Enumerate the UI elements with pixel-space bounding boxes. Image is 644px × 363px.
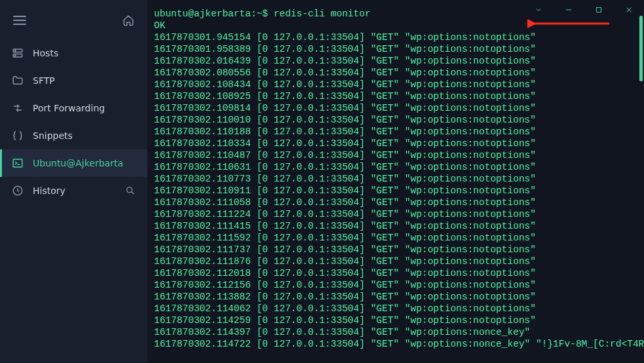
sidebar-item-port-forwarding[interactable]: Port Forwarding xyxy=(0,94,147,122)
terminal-icon xyxy=(12,157,24,169)
folder-icon xyxy=(12,75,24,86)
terminal-log-line: 1617870302.112018 [0 127.0.0.1:33504] "G… xyxy=(154,267,640,279)
sidebar: Hosts SFTP Port Forwarding Snippets xyxy=(0,0,147,363)
home-icon[interactable] xyxy=(123,14,134,26)
sidebar-item-hosts[interactable]: Hosts xyxy=(0,39,147,67)
sidebar-item-session[interactable]: Ubuntu@Ajkerbarta xyxy=(0,149,147,177)
terminal-log-line: 1617870302.110911 [0 127.0.0.1:33504] "G… xyxy=(154,185,640,197)
menu-toggle-button[interactable] xyxy=(13,16,26,25)
sidebar-item-label: Hosts xyxy=(33,48,58,58)
server-icon xyxy=(12,47,24,59)
terminal-log-line: 1617870302.114259 [0 127.0.0.1:33504] "G… xyxy=(154,315,640,326)
window-minimize-button[interactable] xyxy=(554,0,584,20)
sidebar-nav: Hosts SFTP Port Forwarding Snippets xyxy=(0,39,147,204)
svg-rect-8 xyxy=(13,159,22,167)
window-close-button[interactable] xyxy=(614,0,644,20)
titlebar-dropdown-button[interactable] xyxy=(523,0,554,20)
window-titlebar xyxy=(523,0,644,20)
terminal-log-line: 1617870302.080556 [0 127.0.0.1:33504] "G… xyxy=(154,67,640,79)
forward-icon xyxy=(12,102,24,114)
terminal-response-line: OK xyxy=(154,20,640,31)
scrollbar[interactable] xyxy=(639,16,643,81)
sidebar-item-label: SFTP xyxy=(33,75,55,86)
terminal-log-line: 1617870302.016439 [0 127.0.0.1:33504] "G… xyxy=(154,55,640,67)
window-maximize-button[interactable] xyxy=(584,0,614,20)
svg-line-12 xyxy=(132,192,134,195)
terminal-log-line: 1617870302.110188 [0 127.0.0.1:33504] "G… xyxy=(154,126,640,138)
terminal-log-line: 1617870302.113882 [0 127.0.0.1:33504] "G… xyxy=(154,291,640,303)
sidebar-item-sftp[interactable]: SFTP xyxy=(0,67,147,94)
braces-icon xyxy=(12,130,24,142)
terminal-log-line: 1617870302.110010 [0 127.0.0.1:33504] "G… xyxy=(154,114,640,126)
sidebar-item-snippets[interactable]: Snippets xyxy=(0,122,147,149)
terminal-log-output: 1617870301.945154 [0 127.0.0.1:33504] "G… xyxy=(154,31,640,350)
svg-rect-1 xyxy=(597,8,601,12)
terminal-log-line: 1617870302.111058 [0 127.0.0.1:33504] "G… xyxy=(154,197,640,208)
terminal-log-line: 1617870302.111415 [0 127.0.0.1:33504] "G… xyxy=(154,220,640,232)
terminal-log-line: 1617870302.112156 [0 127.0.0.1:33504] "G… xyxy=(154,279,640,291)
terminal-log-line: 1617870302.114062 [0 127.0.0.1:33504] "G… xyxy=(154,303,640,315)
sidebar-item-history[interactable]: History xyxy=(0,177,147,204)
terminal-log-line: 1617870302.108925 [0 127.0.0.1:33504] "G… xyxy=(154,90,640,102)
search-icon[interactable] xyxy=(125,185,136,196)
terminal-log-line: 1617870302.110773 [0 127.0.0.1:33504] "G… xyxy=(154,173,640,185)
sidebar-item-label: History xyxy=(33,185,66,196)
svg-point-11 xyxy=(127,187,132,193)
terminal-log-line: 1617870302.110631 [0 127.0.0.1:33504] "G… xyxy=(154,161,640,173)
terminal-log-line: 1617870302.114722 [0 127.0.0.1:33504] "S… xyxy=(154,338,640,350)
terminal-log-line: 1617870302.111737 [0 127.0.0.1:33504] "G… xyxy=(154,244,640,256)
sidebar-item-label: Ubuntu@Ajkerbarta xyxy=(33,158,123,168)
terminal-log-line: 1617870301.958389 [0 127.0.0.1:33504] "G… xyxy=(154,43,640,55)
terminal-log-line: 1617870302.114397 [0 127.0.0.1:33504] "G… xyxy=(154,326,640,338)
terminal-log-line: 1617870302.110334 [0 127.0.0.1:33504] "G… xyxy=(154,138,640,149)
terminal-log-line: 1617870302.111224 [0 127.0.0.1:33504] "G… xyxy=(154,208,640,220)
terminal-log-line: 1617870302.111592 [0 127.0.0.1:33504] "G… xyxy=(154,232,640,244)
terminal-log-line: 1617870301.945154 [0 127.0.0.1:33504] "G… xyxy=(154,31,640,43)
terminal-pane[interactable]: ubuntu@ajkerbarta:~$ redis-cli monitor O… xyxy=(147,0,644,363)
sidebar-item-label: Port Forwarding xyxy=(33,103,105,113)
terminal-log-line: 1617870302.109814 [0 127.0.0.1:33504] "G… xyxy=(154,102,640,114)
svg-point-7 xyxy=(15,55,16,56)
svg-point-6 xyxy=(15,50,16,52)
sidebar-item-label: Snippets xyxy=(33,130,73,141)
clock-icon xyxy=(12,185,24,197)
terminal-log-line: 1617870302.111876 [0 127.0.0.1:33504] "G… xyxy=(154,256,640,267)
terminal-log-line: 1617870302.108434 [0 127.0.0.1:33504] "G… xyxy=(154,79,640,90)
terminal-log-line: 1617870302.110487 [0 127.0.0.1:33504] "G… xyxy=(154,149,640,161)
